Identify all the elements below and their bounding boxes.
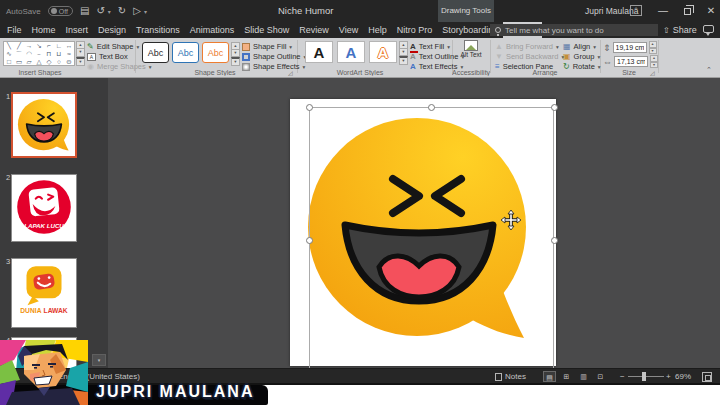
collapse-ribbon-icon[interactable]: ⌃ [706,66,712,74]
undo-caret-icon[interactable]: ▾ [108,8,111,15]
edit-shape-button[interactable]: ✎Edit Shape▾ [87,42,139,51]
tab-file[interactable]: File [2,22,27,38]
tab-design[interactable]: Design [93,22,131,38]
wordart-tile[interactable]: A [305,41,333,63]
shape-height-input[interactable] [613,42,647,53]
shape-glyph[interactable]: ⊙ [64,58,74,66]
tell-me-search[interactable]: Tell me what you want to do [490,24,658,36]
gallery-up-icon[interactable]: ▴ [399,41,408,49]
shape-fill-button[interactable]: Shape Fill▾ [242,42,292,51]
thumbnail-scroll-down-icon[interactable]: ▾ [92,354,106,366]
zoom-out-icon[interactable]: − [620,372,625,381]
reading-view-icon[interactable]: ▥ [577,371,590,382]
zoom-in-icon[interactable]: + [666,372,671,381]
restore-button[interactable] [676,0,698,22]
selection-handle-middle-left[interactable] [306,237,313,244]
undo-icon[interactable]: ↺ [96,0,104,22]
save-icon[interactable]: ▤ [80,0,89,22]
slide-sorter-view-icon[interactable]: ⊞ [560,371,573,382]
shape-glyph[interactable]: ◠ [24,50,34,58]
share-button[interactable]: ⇧ Share [663,24,697,36]
width-spinner[interactable]: ▴▾ [650,55,658,68]
shape-glyph[interactable]: ⊔ [54,50,64,58]
customize-qat-icon[interactable]: ▾ [144,8,147,15]
spin-down-icon[interactable]: ▾ [650,62,658,69]
shape-glyph[interactable]: ○ [54,58,64,66]
redo-icon[interactable]: ↻ [118,0,126,22]
dialog-launcher-icon[interactable]: ◿ [288,69,293,76]
slideshow-view-icon[interactable]: ⊡ [594,371,607,382]
slide-thumbnail-2[interactable]: LAPAK LUCU [11,174,77,242]
height-spinner[interactable]: ▴▾ [649,41,657,54]
tab-view[interactable]: View [334,22,363,38]
tab-nitro-pro[interactable]: Nitro Pro [392,22,438,38]
slide-number: 3 [6,257,10,266]
text-box-button[interactable]: AText Box [87,52,128,61]
shape-glyph[interactable]: ⊓ [44,50,54,58]
text-fill-button[interactable]: AText Fill▾ [410,42,450,51]
gallery-down-icon[interactable]: ▾ [231,50,240,57]
shape-glyph[interactable]: ◇ [44,58,54,66]
zoom-percentage[interactable]: 69% [675,372,691,381]
selection-handle-middle-right[interactable] [551,237,558,244]
shape-glyph[interactable]: ▭ [14,58,24,66]
shape-glyph[interactable]: ╱ [14,42,24,50]
spin-down-icon[interactable]: ▾ [649,48,657,55]
gallery-more-icon[interactable]: ▾ [76,57,85,66]
slide-thumbnail-3[interactable]: DUNIALAWAK [11,258,77,328]
shape-glyph[interactable]: ∿ [4,50,14,58]
minimize-button[interactable]: — [652,0,674,22]
group-label-arrange: Arrange [490,69,600,76]
selection-handle-top-right[interactable] [551,104,558,111]
shape-glyph[interactable]: ↔ [64,42,74,50]
fit-slide-to-window-icon[interactable] [702,372,712,382]
shape-glyph[interactable]: ⌣ [34,50,44,58]
tab-review[interactable]: Review [294,22,334,38]
slide-thumbnail-1[interactable] [11,92,77,158]
shape-glyph[interactable]: ▱ [24,58,34,66]
selection-handle-top-center[interactable] [428,104,435,111]
shape-style-tile[interactable]: Abc [142,42,169,63]
shape-glyph[interactable]: ⌐ [44,42,54,50]
tab-slide-show[interactable]: Slide Show [239,22,294,38]
shape-glyph[interactable]: ∟ [54,42,64,50]
close-button[interactable]: ✕ [700,0,720,22]
selection-handle-top-left[interactable] [306,104,313,111]
autosave-toggle[interactable]: Off [48,6,73,16]
comments-icon[interactable] [703,25,714,33]
shape-glyph[interactable]: ⌒ [14,50,24,58]
shape-glyph[interactable]: ↘ [34,42,44,50]
present-from-start-icon[interactable]: ▷ [133,0,141,22]
align-button[interactable]: ▦Align▾ [563,42,596,51]
gallery-down-icon[interactable]: ▾ [76,49,85,56]
zoom-slider-thumb[interactable] [642,372,646,381]
gallery-up-icon[interactable]: ▴ [76,41,85,49]
gallery-down-icon[interactable]: ▾ [399,49,408,56]
shape-glyph[interactable]: → [24,42,34,50]
shape-style-tile[interactable]: Abc [172,42,199,63]
shapes-gallery[interactable]: ╲╱→↘⌐∟↔ ∿⌒◠⌣⊓⊔≈ □▭▱△◇○⊙ [3,41,75,66]
tab-animations[interactable]: Animations [185,22,240,38]
zoom-slider-track[interactable] [628,376,664,377]
wordart-tile[interactable]: A [369,41,397,63]
shape-style-tile[interactable]: Abc [202,42,229,63]
ribbon-display-options-icon[interactable]: ⌃ [630,5,642,16]
wordart-tile[interactable]: A [337,41,365,63]
group-button[interactable]: ▣Group▾ [563,52,600,61]
tab-home[interactable]: Home [27,22,61,38]
notes-button[interactable]: Notes [495,372,526,381]
shape-glyph[interactable]: △ [34,58,44,66]
shape-glyph[interactable]: □ [4,58,14,66]
gallery-up-icon[interactable]: ▴ [231,42,240,50]
shape-glyph[interactable]: ╲ [4,42,14,50]
shape-width-input[interactable] [614,56,648,67]
tab-insert[interactable]: Insert [61,22,94,38]
dialog-launcher-icon[interactable]: ◿ [650,69,655,76]
gallery-more-icon[interactable]: ▾ [399,56,408,65]
tab-help[interactable]: Help [363,22,392,38]
shape-glyph[interactable]: ≈ [64,50,74,58]
alt-text-button[interactable]: Alt Text [456,40,486,67]
gallery-more-icon[interactable]: ▾ [231,57,240,66]
normal-view-icon[interactable]: ▤ [543,371,556,382]
tab-transitions[interactable]: Transitions [131,22,185,38]
